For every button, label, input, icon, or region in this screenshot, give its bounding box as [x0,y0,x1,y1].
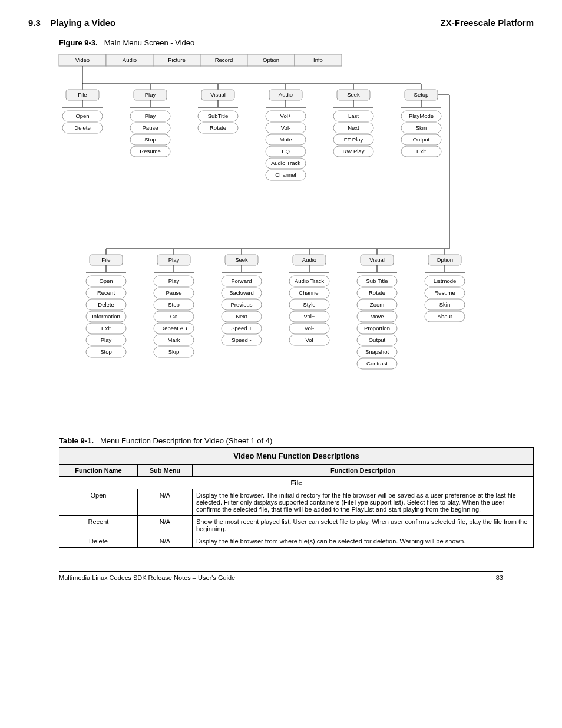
svg-text:Open: Open [99,278,113,284]
svg-text:Vol-: Vol- [305,325,314,331]
table-caption-title: Menu Function Description for Video (She… [100,436,272,445]
svg-text:Seek: Seek [347,91,360,98]
svg-text:Output: Output [413,136,430,143]
table-caption: Table 9-1. Menu Function Description for… [59,436,534,445]
col-sub-menu: Sub Menu [138,465,193,477]
svg-text:Audio Track: Audio Track [271,160,300,166]
section-number: 9.3 [28,18,41,28]
cell-desc: Display the file browser from where file… [193,535,534,548]
cell-name: Recent [59,516,138,535]
cell-name: Open [59,489,138,516]
table-row: Recent N/A Show the most recent played l… [59,516,534,535]
svg-text:Exit: Exit [101,325,111,331]
cell-sub: N/A [138,489,193,516]
svg-text:Snapshot: Snapshot [365,348,389,355]
svg-text:Rotate: Rotate [369,289,385,296]
svg-text:Seek: Seek [235,256,248,263]
svg-text:Style: Style [303,301,315,308]
video-menu-table: Video Menu Function Descriptions Functio… [59,447,534,548]
svg-text:Stop: Stop [100,348,112,355]
svg-text:Open: Open [75,113,89,119]
svg-text:Skip: Skip [168,348,179,355]
svg-text:Resume: Resume [434,289,455,296]
svg-text:Last: Last [348,113,359,119]
svg-text:Output: Output [369,337,386,343]
svg-text:Move: Move [370,313,384,319]
table-title: Video Menu Function Descriptions [59,448,534,465]
cell-desc: Show the most recent played list. User c… [193,516,534,535]
svg-text:Delete: Delete [98,301,114,308]
section-title: Playing a Video [51,18,116,28]
svg-text:Play: Play [145,91,156,98]
svg-text:Audio Track: Audio Track [295,278,324,284]
svg-text:Vol+: Vol+ [304,313,315,319]
svg-text:Contrast: Contrast [366,360,388,367]
svg-text:Stop: Stop [144,136,156,143]
svg-text:Backward: Backward [229,289,254,296]
table-section: File [59,477,534,489]
table-caption-label: Table 9-1. [59,436,94,445]
svg-text:EQ: EQ [282,148,290,154]
svg-text:File: File [78,91,87,98]
svg-text:Go: Go [170,313,178,319]
svg-text:Audio: Audio [302,256,316,263]
svg-text:Pause: Pause [143,124,158,131]
svg-text:Mute: Mute [279,136,292,143]
svg-text:Skin: Skin [416,124,427,131]
svg-text:Channel: Channel [275,172,296,178]
svg-text:Rotate: Rotate [210,124,226,131]
svg-text:Visual: Visual [210,91,226,98]
svg-text:FF Play: FF Play [344,136,363,143]
page-header: 9.3 Playing a Video ZX-Freescale Platfor… [28,18,534,28]
svg-text:Information: Information [92,313,120,319]
svg-text:Forward: Forward [232,278,252,284]
svg-text:Setup: Setup [414,91,429,98]
svg-text:Delete: Delete [74,124,90,131]
menu-diagram: .tab { fill:#f2f2f2; stroke:#9a9a9a; } .… [59,54,534,421]
svg-text:Speed -: Speed - [232,337,251,343]
svg-text:Listmode: Listmode [434,278,457,284]
svg-text:Skin: Skin [439,301,450,308]
product-name: ZX-Freescale Platform [441,18,534,28]
svg-text:Exit: Exit [416,148,426,154]
page-footer: Multimedia Linux Codecs SDK Release Note… [59,571,503,581]
svg-text:RW Play: RW Play [343,148,365,154]
svg-text:Proportion: Proportion [364,325,390,331]
svg-text:Repeat AB: Repeat AB [160,325,187,331]
cell-sub: N/A [138,535,193,548]
svg-text:Zoom: Zoom [370,301,384,308]
svg-text:SubTitle: SubTitle [208,113,229,119]
svg-text:Option: Option [263,57,279,63]
table-row: Delete N/A Display the file browser from… [59,535,534,548]
figure-title: Main Menu Screen - Video [104,38,195,47]
svg-text:PlayMode: PlayMode [409,113,434,119]
footer-title: Multimedia Linux Codecs SDK Release Note… [59,574,235,581]
svg-text:Recent: Recent [97,289,115,296]
svg-text:Stop: Stop [168,301,180,308]
svg-text:Picture: Picture [168,57,186,63]
col-function-name: Function Name [59,465,138,477]
svg-text:File: File [101,256,110,263]
svg-text:Option: Option [437,256,453,263]
svg-text:Visual: Visual [369,256,385,263]
svg-text:Vol: Vol [305,337,313,343]
figure-caption: Figure 9-3. Main Menu Screen - Video [59,38,534,47]
svg-text:Audio: Audio [123,57,137,63]
svg-text:Next: Next [236,313,247,319]
svg-text:Play: Play [168,256,180,263]
svg-text:Speed +: Speed + [231,325,252,331]
svg-text:Info: Info [313,57,323,63]
col-function-desc: Function Description [193,465,534,477]
cell-desc: Display the file browser. The initial di… [193,489,534,516]
section-label: 9.3 Playing a Video [28,18,115,28]
svg-text:Play: Play [168,278,180,284]
svg-text:Previous: Previous [231,301,253,308]
svg-text:About: About [438,313,452,319]
svg-text:Video: Video [75,57,90,63]
svg-text:Next: Next [348,124,359,131]
table-row: Open N/A Display the file browser. The i… [59,489,534,516]
svg-text:Mark: Mark [167,337,180,343]
svg-text:Channel: Channel [299,289,319,296]
svg-text:Resume: Resume [140,148,160,154]
figure-label: Figure 9-3. [59,38,98,47]
